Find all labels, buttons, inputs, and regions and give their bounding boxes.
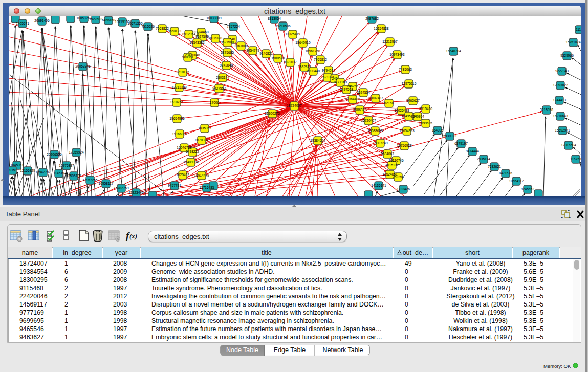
svg-text:7663822: 7663822 xyxy=(156,27,169,30)
svg-text:16046738: 16046738 xyxy=(177,146,192,149)
svg-text:17359924: 17359924 xyxy=(69,150,84,154)
svg-text:2803144: 2803144 xyxy=(216,76,229,79)
svg-text:23226058: 23226058 xyxy=(193,30,209,34)
svg-text:16120746: 16120746 xyxy=(388,159,404,162)
svg-text:16648784: 16648784 xyxy=(446,49,461,53)
svg-text:6466160: 6466160 xyxy=(102,18,115,22)
svg-text:13325419: 13325419 xyxy=(285,32,300,36)
svg-text:9242848: 9242848 xyxy=(220,63,233,67)
svg-text:15692971: 15692971 xyxy=(555,128,570,132)
svg-text:9329966: 9329966 xyxy=(560,54,574,57)
svg-text:19384554: 19384554 xyxy=(310,139,325,142)
svg-text:19654923: 19654923 xyxy=(399,129,415,133)
svg-text:1562615: 1562615 xyxy=(298,65,311,69)
svg-text:5498222: 5498222 xyxy=(186,150,199,154)
svg-text:15409934: 15409934 xyxy=(183,160,199,164)
svg-text:15716485: 15716485 xyxy=(199,186,214,189)
svg-text:988961: 988961 xyxy=(182,55,193,59)
svg-text:9515460: 9515460 xyxy=(419,107,432,111)
svg-text:2718176: 2718176 xyxy=(176,70,189,74)
svg-text:5938923: 5938923 xyxy=(443,134,456,138)
svg-text:6497568: 6497568 xyxy=(340,87,353,91)
svg-text:16154838: 16154838 xyxy=(374,27,389,30)
svg-text:7955812: 7955812 xyxy=(314,58,327,61)
svg-text:1610755: 1610755 xyxy=(170,100,183,104)
svg-text:3215958: 3215958 xyxy=(540,108,553,112)
svg-text:19654985: 19654985 xyxy=(169,117,185,120)
svg-text:9463627: 9463627 xyxy=(406,99,420,102)
svg-text:16210643: 16210643 xyxy=(553,114,568,118)
svg-text:16914479: 16914479 xyxy=(194,173,209,177)
svg-text:17006: 17006 xyxy=(210,101,220,104)
svg-text:20206556: 20206556 xyxy=(47,152,62,156)
svg-text:114519: 114519 xyxy=(53,171,64,175)
svg-text:10958117: 10958117 xyxy=(99,182,114,185)
svg-text:18640910: 18640910 xyxy=(295,41,311,45)
svg-text:9777169: 9777169 xyxy=(334,80,347,84)
svg-text:62160: 62160 xyxy=(384,101,394,105)
svg-text:8990448: 8990448 xyxy=(307,69,320,73)
svg-text:18807249: 18807249 xyxy=(373,141,388,145)
svg-text:1733426: 1733426 xyxy=(397,187,410,191)
svg-text:1935359: 1935359 xyxy=(198,126,211,130)
svg-text:12975115: 12975115 xyxy=(402,82,417,85)
svg-text:252254: 252254 xyxy=(393,175,404,179)
svg-text:1588520: 1588520 xyxy=(271,56,285,60)
svg-text:12323446: 12323446 xyxy=(128,191,144,194)
svg-text:8471676: 8471676 xyxy=(499,171,512,175)
svg-text:6379197: 6379197 xyxy=(454,142,468,145)
svg-text:39151: 39151 xyxy=(9,168,17,172)
svg-text:9699695: 9699695 xyxy=(419,121,432,125)
svg-text:12505135: 12505135 xyxy=(66,174,81,178)
svg-text:20364436: 20364436 xyxy=(345,97,360,101)
svg-text:19166825: 19166825 xyxy=(172,132,187,136)
svg-text:9794024: 9794024 xyxy=(322,69,335,72)
svg-text:9474444: 9474444 xyxy=(466,149,479,153)
svg-text:8454749: 8454749 xyxy=(246,49,259,52)
svg-text:16782759: 16782759 xyxy=(114,186,129,190)
svg-text:15751074: 15751074 xyxy=(565,40,581,44)
svg-text:3875685: 3875685 xyxy=(221,51,234,54)
svg-text:20691406: 20691406 xyxy=(34,19,50,23)
svg-text:12213389: 12213389 xyxy=(171,85,187,89)
svg-text:9227343: 9227343 xyxy=(555,69,569,73)
svg-text:10671355: 10671355 xyxy=(127,21,143,25)
svg-text:2935114: 2935114 xyxy=(477,157,490,161)
svg-text:1244413: 1244413 xyxy=(553,98,566,102)
svg-text:9527508: 9527508 xyxy=(221,40,234,44)
svg-text:1615132: 1615132 xyxy=(385,163,399,167)
svg-text:(x): (x) xyxy=(129,232,137,240)
svg-text:1640954: 1640954 xyxy=(411,115,424,118)
svg-text:9245652: 9245652 xyxy=(521,187,534,191)
svg-text:10973493: 10973493 xyxy=(389,53,405,56)
svg-text:7986372: 7986372 xyxy=(353,108,366,112)
svg-text:7632621: 7632621 xyxy=(488,165,501,168)
svg-text:9457791: 9457791 xyxy=(168,184,181,187)
svg-text:10654112: 10654112 xyxy=(509,179,524,183)
svg-text:19218506: 19218506 xyxy=(275,24,291,28)
svg-text:10033809: 10033809 xyxy=(206,16,222,20)
svg-text:7485063: 7485063 xyxy=(399,68,412,71)
svg-text:7515526: 7515526 xyxy=(141,25,155,28)
svg-text:1527602: 1527602 xyxy=(89,17,102,21)
svg-text:1405571: 1405571 xyxy=(16,21,29,25)
svg-text:14136141: 14136141 xyxy=(371,184,386,187)
svg-text:10975887: 10975887 xyxy=(59,164,74,167)
svg-text:12942737: 12942737 xyxy=(35,170,51,174)
svg-text:10025438: 10025438 xyxy=(394,108,409,112)
svg-text:9146821: 9146821 xyxy=(259,52,273,55)
svg-text:9427552: 9427552 xyxy=(212,86,226,90)
svg-text:3624554: 3624554 xyxy=(357,91,370,94)
svg-text:23300273: 23300273 xyxy=(265,112,280,115)
svg-text:7357224: 7357224 xyxy=(227,25,240,28)
svg-text:116753: 116753 xyxy=(570,157,581,161)
svg-text:8186328: 8186328 xyxy=(209,36,222,40)
svg-text:9660123: 9660123 xyxy=(168,29,181,33)
svg-text:9684067: 9684067 xyxy=(381,152,394,156)
svg-text:164095: 164095 xyxy=(432,128,443,132)
svg-text:245: 245 xyxy=(332,77,337,80)
svg-text:1112: 1112 xyxy=(576,28,581,31)
svg-text:8813054: 8813054 xyxy=(268,17,281,20)
svg-text:12156829: 12156829 xyxy=(20,169,35,172)
svg-text:8678334: 8678334 xyxy=(195,138,208,142)
